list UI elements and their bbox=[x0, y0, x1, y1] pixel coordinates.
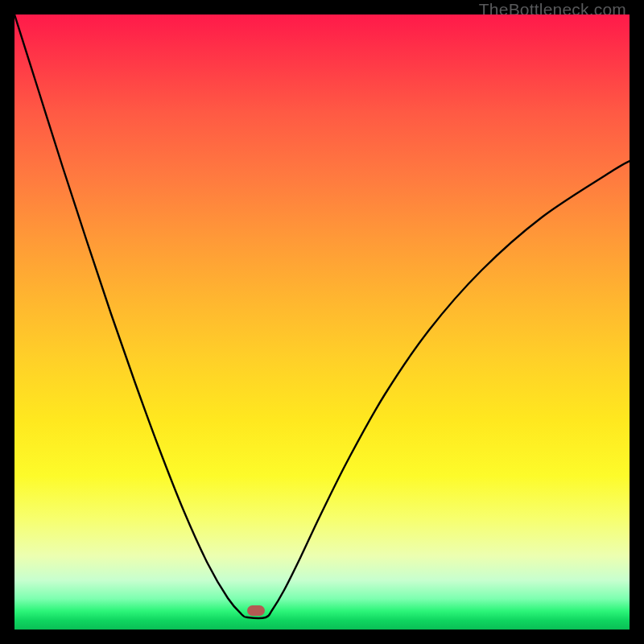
curve-plot bbox=[14, 14, 630, 630]
optimal-marker bbox=[247, 605, 265, 616]
chart-frame bbox=[14, 14, 630, 630]
bottleneck-curve bbox=[14, 14, 630, 618]
